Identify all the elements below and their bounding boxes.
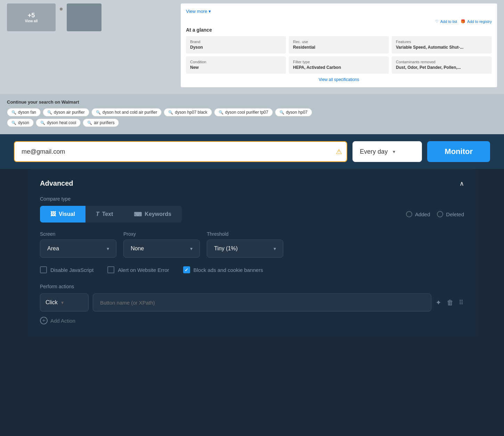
search-tag-hp07-black[interactable]: 🔍 dyson hp07 black	[164, 108, 212, 116]
screen-group: Screen Area ▾	[40, 231, 116, 258]
collapse-icon[interactable]: ∧	[460, 180, 464, 187]
visual-icon: 🖼	[50, 211, 56, 217]
tab-text[interactable]: T Text	[86, 206, 124, 223]
compare-tabs: 🖼 Visual T Text ⌨ Keywords	[40, 206, 182, 223]
view-all-specs-link[interactable]: View all specifications	[186, 77, 492, 82]
frequency-dropdown[interactable]: Every day ▾	[352, 141, 422, 162]
monitor-button[interactable]: Monitor	[427, 141, 490, 162]
compare-type-label: Compare type	[40, 196, 464, 202]
search-tags-row1: 🔍 dyson fan 🔍 dyson air purifier 🔍 dyson…	[7, 108, 497, 116]
specs-grid: Brand Dyson Rec. use Residential Feature…	[186, 36, 492, 74]
view-more-link[interactable]: View more ▾	[186, 9, 492, 14]
spec-condition: Condition New	[186, 56, 286, 74]
proxy-label: Proxy	[123, 231, 200, 237]
search-icon: 🔍	[11, 121, 16, 125]
dropdowns-row: Screen Area ▾ Proxy None ▾ Threshold	[40, 231, 464, 258]
advanced-section: Advanced ∧ Compare type 🖼 Visual T Text	[28, 169, 476, 337]
proxy-group: Proxy None ▾	[123, 231, 200, 258]
product-thumbnail	[67, 3, 101, 31]
advanced-title: Advanced	[40, 179, 73, 187]
search-icon: 🔍	[168, 110, 173, 115]
spec-contaminants: Contaminants removed Dust, Odor, Pet Dan…	[392, 56, 492, 74]
search-icon: 🔍	[219, 110, 223, 115]
spec-brand: Brand Dyson	[186, 36, 286, 54]
tab-visual[interactable]: 🖼 Visual	[40, 206, 86, 223]
xpath-input[interactable]	[93, 293, 431, 312]
add-to-registry-btn[interactable]: 🎁 Add to registry	[461, 19, 492, 24]
disable-js-checkbox-label[interactable]: Disable JavaScript	[40, 266, 94, 273]
search-tag-air-purifier[interactable]: 🔍 dyson air purifier	[43, 108, 89, 116]
search-tag-hot-cold[interactable]: 🔍 dyson hot and cold air purifier	[91, 108, 162, 116]
spec-rec-use: Rec. use Residential	[289, 36, 389, 54]
add-action-label: Add Action	[50, 318, 75, 324]
chevron-down-icon: ▾	[190, 246, 193, 251]
disable-js-label: Disable JavaScript	[50, 267, 94, 273]
advanced-header: Advanced ∧	[40, 179, 464, 187]
continue-search-section: Continue your search on Walmart 🔍 dyson …	[0, 94, 504, 134]
click-icon[interactable]: ✦	[436, 298, 441, 307]
added-radio[interactable]	[406, 211, 412, 217]
screen-label: Screen	[40, 231, 116, 237]
spec-filter-type: Filter type HEPA, Activated Carbon	[289, 56, 389, 74]
search-icon: 🔍	[47, 110, 52, 115]
action-icons-group: ✦ 🗑 ⠿	[436, 298, 464, 307]
deleted-radio-label[interactable]: Deleted	[437, 211, 464, 217]
alert-error-label: Alert on Website Error	[118, 267, 169, 273]
block-ads-checkbox-label[interactable]: Block ads and cookie banners	[183, 266, 263, 273]
chevron-down-icon: ▾	[209, 9, 211, 14]
disable-js-checkbox[interactable]	[40, 266, 47, 273]
compare-type-row: 🖼 Visual T Text ⌨ Keywords	[40, 206, 464, 223]
search-icon: 🔍	[96, 110, 101, 115]
email-input[interactable]	[14, 141, 347, 162]
block-ads-label: Block ads and cookie banners	[194, 267, 263, 273]
chevron-down-icon: ▾	[393, 149, 395, 154]
search-icon: 🔍	[279, 110, 284, 115]
search-tag-air-purifiers[interactable]: 🔍 air purifiers	[83, 119, 119, 127]
search-tag-cool-purifier[interactable]: 🔍 dyson cool purifier tp07	[214, 108, 273, 116]
chevron-down-icon: ▾	[61, 300, 64, 305]
monitor-bar: ⚠ Every day ▾ Monitor	[0, 134, 504, 169]
threshold-dropdown[interactable]: Tiny (1%) ▾	[207, 240, 283, 258]
product-image: +5 View all	[7, 3, 56, 31]
threshold-label: Threshold	[207, 231, 283, 237]
perform-actions-label: Perform actions	[40, 284, 464, 289]
chevron-down-icon: ▾	[274, 246, 276, 251]
search-icon: 🔍	[87, 121, 92, 125]
at-a-glance-title: At a glance	[186, 27, 492, 33]
spec-features: Features Variable Speed, Automatic Shut-…	[392, 36, 492, 54]
checkboxes-row: Disable JavaScript Alert on Website Erro…	[40, 266, 464, 273]
tab-keywords[interactable]: ⌨ Keywords	[123, 206, 181, 223]
deleted-radio[interactable]	[437, 211, 443, 217]
warning-icon: ⚠	[336, 147, 342, 156]
drag-handle-icon[interactable]: ⠿	[459, 299, 464, 306]
actions-row: Click ▾ ✦ 🗑 ⠿	[40, 293, 464, 312]
threshold-group: Threshold Tiny (1%) ▾	[207, 231, 283, 258]
search-tag-hp07[interactable]: 🔍 dyson hp07	[275, 108, 312, 116]
add-to-list-btn[interactable]: ♡ Add to list	[435, 19, 457, 24]
screen-dropdown[interactable]: Area ▾	[40, 240, 116, 258]
image-dot-indicator[interactable]	[59, 7, 63, 11]
chevron-down-icon: ▾	[107, 246, 109, 251]
delete-icon[interactable]: 🗑	[447, 299, 454, 307]
search-tags-row2: 🔍 dyson 🔍 dyson heat cool 🔍 air purifier…	[7, 119, 497, 127]
search-icon: 🔍	[40, 121, 45, 125]
added-deleted-group: Added Deleted	[406, 211, 464, 217]
action-type-dropdown[interactable]: Click ▾	[40, 293, 89, 312]
frequency-label: Every day	[360, 148, 388, 155]
search-tag-dyson-fan[interactable]: 🔍 dyson fan	[7, 108, 41, 116]
block-ads-checkbox[interactable]	[183, 266, 190, 273]
search-tag-heat-cool[interactable]: 🔍 dyson heat cool	[36, 119, 81, 127]
text-icon: T	[96, 211, 99, 217]
alert-error-checkbox[interactable]	[107, 266, 114, 273]
search-tag-dyson[interactable]: 🔍 dyson	[7, 119, 34, 127]
added-radio-label[interactable]: Added	[406, 211, 430, 217]
email-input-wrapper: ⚠	[14, 141, 347, 162]
proxy-dropdown[interactable]: None ▾	[123, 240, 200, 258]
alert-error-checkbox-label[interactable]: Alert on Website Error	[107, 266, 169, 273]
add-action-row[interactable]: + Add Action	[40, 317, 464, 324]
keyboard-icon: ⌨	[134, 211, 142, 218]
add-action-icon: +	[40, 317, 48, 324]
search-icon: 🔍	[11, 110, 16, 115]
continue-search-title: Continue your search on Walmart	[7, 99, 497, 105]
